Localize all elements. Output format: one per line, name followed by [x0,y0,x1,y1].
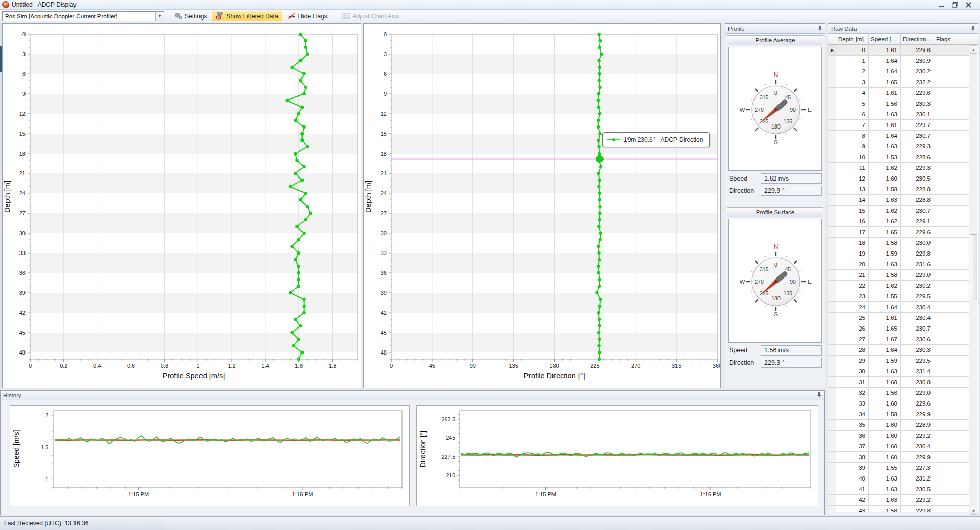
table-row[interactable]: 391.55227.3 [828,463,978,473]
show-filtered-data-button[interactable]: Show Filtered Data [212,11,282,21]
table-row[interactable]: 261.65230.7 [828,323,978,334]
svg-text:0: 0 [29,363,32,369]
filter-icon [216,12,224,20]
table-row[interactable]: 361.60229.2 [828,431,978,441]
settings-button[interactable]: Settings [170,11,211,21]
table-row[interactable]: 281.64230.3 [828,345,978,356]
adjust-chart-axis-button: Adjust Chart Axis [338,11,403,21]
column-header-Speed [...[interactable]: Speed [... [869,34,901,44]
column-header-Flags[interactable]: Flags [934,34,969,44]
column-header-selector [828,34,836,44]
svg-text:21: 21 [19,170,26,176]
table-row[interactable]: 271.67230.6 [828,334,978,345]
svg-text:21: 21 [381,170,387,176]
table-row[interactable]: 101.53228.6 [828,152,978,163]
table-row[interactable]: 191.59229.8 [828,248,978,259]
table-row[interactable]: 151.62230.7 [828,206,978,216]
svg-text:Depth [m]: Depth [m] [364,181,372,213]
svg-text:6: 6 [384,71,387,77]
table-row[interactable]: 181.58230.0 [828,238,978,248]
svg-text:210: 210 [446,472,455,478]
chevron-down-icon[interactable]: ▼ [155,12,164,21]
table-row[interactable]: 71.61229.7 [828,120,978,131]
minimize-button[interactable] [935,1,948,9]
table-row[interactable]: 321.56229.0 [828,388,978,398]
profile-panel-title: Profile [728,26,745,32]
table-row[interactable]: 141.63228.8 [828,195,978,206]
svg-text:135: 135 [784,118,793,124]
table-row[interactable]: 241.64230.4 [828,302,978,313]
table-row[interactable]: 51.56230.3 [828,98,978,109]
table-row[interactable]: 351.60228.9 [828,420,978,431]
svg-text:33: 33 [19,250,26,256]
direction-history-chart[interactable]: 210227.5245262.51:15 PM1:16 PMDirection … [417,406,818,506]
table-row[interactable]: 231.55229.5 [828,291,978,302]
table-row[interactable]: 411.63230.5 [828,484,978,495]
table-row[interactable]: 161.62229.1 [828,216,978,227]
svg-text:1.6: 1.6 [295,363,303,369]
svg-text:0.4: 0.4 [93,363,101,369]
speed-label: Speed [729,347,761,354]
average-direction-value: 229.9 ° [761,186,822,196]
svg-text:24: 24 [19,190,26,196]
table-row[interactable]: 11.64230.9 [828,56,978,66]
raw-data-table-body: ▶01.61229.611.64230.921.64230.231.65232.… [828,45,978,512]
table-row[interactable]: 341.58229.9 [828,409,978,420]
table-row[interactable]: 61.63230.1 [828,109,978,120]
profile-direction-chart[interactable]: 0369121518212427303336394245480459013518… [364,24,720,388]
raw-data-scrollbar[interactable]: ▲ ▼ [969,45,977,515]
table-row[interactable]: 131.58228.8 [828,184,978,195]
table-row[interactable]: 41.61229.6 [828,88,978,98]
table-row[interactable]: 81.64230.7 [828,131,978,141]
table-row[interactable]: 201.63231.6 [828,259,978,270]
table-row[interactable]: 251.61230.4 [828,313,978,323]
restore-button[interactable] [948,1,962,9]
svg-text:0.6: 0.6 [127,363,135,369]
device-selector-combo[interactable]: Pos Sim [Acoustic Doppler Current Profil… [2,11,164,21]
close-button[interactable] [962,1,975,9]
pin-icon[interactable] [970,25,975,32]
table-row[interactable]: 431.58229.8 [828,506,978,512]
table-row[interactable]: 301.63231.4 [828,366,978,377]
table-row[interactable]: 291.59229.5 [828,356,978,366]
speed-history-chart-box: 11.521:15 PM1:16 PMSpeed [m/s] [10,405,410,506]
chart-axis-icon [342,13,350,20]
scroll-down-button[interactable]: ▼ [970,507,977,515]
svg-text:45: 45 [429,363,435,369]
table-row[interactable]: ▶01.61229.6 [828,45,978,56]
table-row[interactable]: 211.58229.0 [828,270,978,281]
app-icon [2,1,9,8]
profile-panel: Profile Profile Average 0459013518022527… [725,23,825,388]
column-header-Depth [m][interactable]: Depth [m] [836,34,869,44]
table-row[interactable]: 311.60230.8 [828,377,978,388]
hide-flags-button[interactable]: Hide Flags [283,11,331,21]
svg-text:48: 48 [381,349,387,356]
pin-icon[interactable] [817,392,822,399]
gear-icon [174,12,183,20]
table-row[interactable]: 421.63229.2 [828,495,978,506]
table-row[interactable]: 171.65229.6 [828,227,978,238]
profile-speed-chart[interactable]: 03691215182124273033363942454800.20.40.6… [3,24,361,388]
table-row[interactable]: 121.60230.5 [828,173,978,184]
scroll-up-button[interactable]: ▲ [970,45,977,54]
table-row[interactable]: 401.63231.2 [828,473,978,484]
table-row[interactable]: 91.63229.3 [828,141,978,152]
profile-surface-compass: 04590135180225270315NESW [728,219,822,343]
table-row[interactable]: 371.60230.4 [828,441,978,452]
table-row[interactable]: 381.60229.9 [828,452,978,463]
table-row[interactable]: 111.62229.3 [828,163,978,173]
svg-text:262.5: 262.5 [442,416,455,422]
svg-text:0: 0 [22,31,26,37]
table-row[interactable]: 21.64230.2 [828,66,978,77]
scroll-thumb[interactable] [970,234,977,300]
table-row[interactable]: 221.62230.2 [828,281,978,291]
column-header-Direction...[interactable]: Direction... [901,34,934,44]
pin-icon[interactable] [817,25,822,32]
svg-text:3: 3 [22,51,26,57]
speed-history-chart[interactable]: 11.521:15 PM1:16 PMSpeed [m/s] [10,406,409,506]
table-row[interactable]: 31.65232.2 [828,77,978,88]
raw-data-panel-title: Raw Data [831,26,857,32]
svg-text:0.2: 0.2 [60,363,67,369]
table-row[interactable]: 331.60229.6 [828,398,978,409]
toolbar-separator [167,12,167,21]
